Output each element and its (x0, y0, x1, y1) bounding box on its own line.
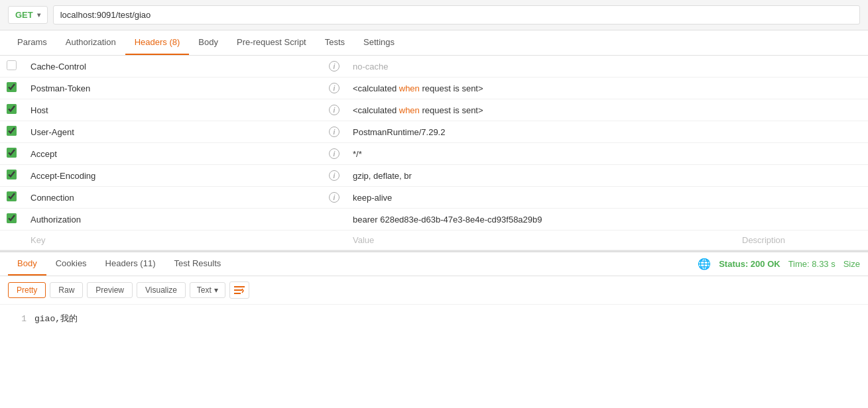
header-checkbox-accept-encoding[interactable] (7, 170, 17, 179)
word-wrap-button[interactable] (229, 281, 249, 299)
header-checkbox-authorization[interactable] (7, 213, 17, 223)
placeholder-row: Key Value Description (0, 230, 868, 250)
response-tab-headers[interactable]: Headers (11) (96, 252, 165, 276)
response-tab-body[interactable]: Body (8, 252, 46, 276)
header-value-connection: keep-alive (353, 193, 392, 203)
placeholder-description: Description (742, 235, 785, 245)
header-checkbox-connection[interactable] (7, 191, 17, 201)
header-checkbox-user-agent[interactable] (7, 126, 17, 136)
preview-button[interactable]: Preview (87, 282, 133, 298)
table-row: Connection i keep-alive (0, 187, 868, 209)
response-tab-cookies[interactable]: Cookies (46, 252, 96, 276)
method-dropdown[interactable]: GET ▾ (8, 6, 48, 24)
response-body-line-1: giao,我的 (34, 314, 78, 324)
header-key-user-agent: User-Agent (31, 127, 74, 137)
tab-tests[interactable]: Tests (316, 30, 354, 55)
header-checkbox-cache-control[interactable] (7, 60, 17, 70)
header-checkbox-host[interactable] (7, 104, 17, 114)
tab-prerequest[interactable]: Pre-request Script (227, 30, 316, 55)
table-row: Accept i */* (0, 143, 868, 165)
tab-settings[interactable]: Settings (354, 30, 404, 55)
header-checkbox-postman-token[interactable] (7, 82, 17, 92)
response-status-bar: 🌐 Status: 200 OK Time: 8.33 s Size (698, 258, 860, 270)
header-checkbox-accept[interactable] (7, 148, 17, 158)
text-format-chevron-icon: ▾ (214, 285, 218, 295)
pretty-button[interactable]: Pretty (8, 282, 46, 298)
tab-authorization[interactable]: Authorization (56, 30, 125, 55)
placeholder-key: Key (31, 235, 45, 245)
table-row: Authorization bearer 628ed83e-d63b-47e3-… (0, 209, 868, 230)
info-icon: i (329, 127, 340, 137)
text-format-label: Text (197, 285, 212, 295)
response-tab-test-results[interactable]: Test Results (164, 252, 230, 276)
tab-headers[interactable]: Headers (8) (125, 30, 190, 55)
response-section: Body Cookies Headers (11) Test Results 🌐… (0, 250, 868, 332)
response-tabs: Body Cookies Headers (11) Test Results 🌐… (0, 252, 868, 276)
table-row: User-Agent i PostmanRuntime/7.29.2 (0, 121, 868, 143)
header-key-accept-encoding: Accept-Encoding (31, 171, 95, 181)
header-key-postman-token: Postman-Token (31, 83, 90, 93)
headers-table: Cache-Control i no-cache Postman-Token i… (0, 56, 868, 250)
line-number-1: 1 (11, 314, 27, 324)
table-row: Postman-Token i <calculated when request… (0, 77, 868, 99)
info-icon: i (329, 148, 340, 159)
globe-icon: 🌐 (698, 258, 711, 270)
header-value-accept-encoding: gzip, deflate, br (353, 171, 412, 181)
table-row: Cache-Control i no-cache (0, 56, 868, 77)
placeholder-value: Value (353, 235, 374, 245)
header-value-cache-control: no-cache (353, 62, 388, 72)
svg-rect-2 (234, 293, 241, 294)
method-chevron-icon: ▾ (37, 11, 40, 19)
table-row: Accept-Encoding i gzip, deflate, br (0, 165, 868, 187)
response-size: Size (843, 259, 860, 269)
svg-rect-1 (234, 289, 242, 291)
tab-body[interactable]: Body (189, 30, 227, 55)
text-format-dropdown[interactable]: Text ▾ (190, 282, 225, 298)
header-value-accept: */* (353, 149, 362, 159)
info-icon: i (329, 105, 340, 115)
header-value-host: <calculated when request is sent> (353, 105, 483, 115)
svg-rect-0 (234, 286, 245, 287)
header-key-authorization: Authorization (31, 215, 81, 225)
response-body-toolbar: Pretty Raw Preview Visualize Text ▾ (0, 276, 868, 305)
request-bar: GET ▾ (0, 0, 868, 30)
table-row: Host i <calculated when request is sent> (0, 99, 868, 121)
header-key-cache-control: Cache-Control (31, 62, 86, 72)
raw-button[interactable]: Raw (50, 282, 83, 298)
header-key-host: Host (31, 105, 48, 115)
method-label: GET (15, 10, 33, 20)
header-key-connection: Connection (31, 193, 74, 203)
header-key-accept: Accept (31, 149, 57, 159)
response-time: Time: 8.33 s (788, 259, 836, 269)
info-icon: i (329, 192, 340, 203)
word-wrap-icon (234, 285, 245, 295)
response-status-text: Status: 200 OK (719, 259, 780, 269)
info-icon: i (329, 61, 340, 72)
info-icon: i (329, 170, 340, 181)
header-value-user-agent: PostmanRuntime/7.29.2 (353, 127, 445, 137)
header-value-authorization: bearer 628ed83e-d63b-47e3-8e4e-cd93f58a2… (353, 215, 542, 225)
visualize-button[interactable]: Visualize (137, 282, 186, 298)
tab-params[interactable]: Params (8, 30, 56, 55)
header-value-postman-token: <calculated when request is sent> (353, 83, 483, 93)
info-icon: i (329, 83, 340, 93)
url-input[interactable] (53, 5, 860, 25)
response-body-content: 1giao,我的 (0, 305, 868, 332)
request-tabs: Params Authorization Headers (8) Body Pr… (0, 30, 868, 56)
